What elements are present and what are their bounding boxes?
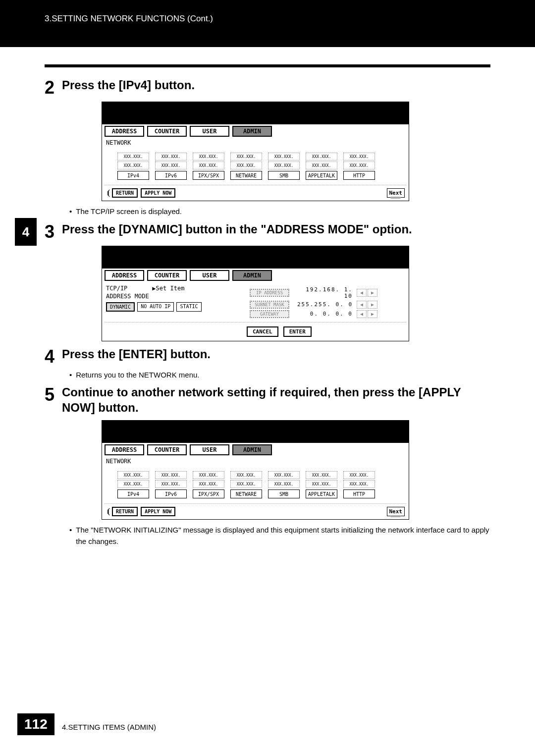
net-group-ipv6: XXX.XXX. XXX.XXX. IPv6 [155,471,187,498]
tcpip-content: TCP/IP ▶Set Item ADDRESS MODE DYNAMIC NO… [102,282,409,322]
net-group-ipx: XXX.XXX. XXX.XXX. IPX/SPX [192,471,225,498]
smb-button[interactable]: SMB [268,489,300,498]
netware-button[interactable]: NETWARE [230,489,262,498]
bullet-text: Returns you to the NETWORK menu. [76,370,199,381]
mini-btn: XXX.XXX. [193,162,224,169]
mini-btn: XXX.XXX. [117,480,149,488]
left-arrow-icon[interactable]: ◀ [357,310,367,318]
cancel-enter-row: CANCEL ENTER [102,323,409,341]
tabs-row: ADDRESS COUNTER USER ADMIN [102,269,409,282]
left-arrow-icon[interactable]: ◀ [357,289,367,297]
ipxspx-button[interactable]: IPX/SPX [193,489,224,498]
tab-counter[interactable]: COUNTER [147,270,187,281]
appletalk-button[interactable]: APPLETALK [306,489,337,498]
apply-now-button[interactable]: APPLY NOW [141,507,175,516]
step-title: Continue to another network setting if r… [62,384,490,415]
ip-address-value: 192.168. 1. 10 [293,286,353,299]
ipxspx-button[interactable]: IPX/SPX [193,171,224,180]
tab-counter[interactable]: COUNTER [147,126,187,137]
arrow-group: ◀ ▶ [357,310,377,318]
step-number: 5 [45,386,62,404]
mini-btn: XXX.XXX. [268,471,300,479]
bullet-step5: • The "NETWORK INITIALIZING" message is … [0,525,535,547]
mini-btn: XXX.XXX. [117,162,149,169]
ipv4-button[interactable]: IPv4 [117,171,149,180]
step-title: Press the [IPv4] button. [62,77,490,93]
right-arrow-icon[interactable]: ▶ [368,310,377,318]
network-screen-2: ADDRESS COUNTER USER ADMIN NETWORK XXX.X… [102,420,409,520]
step-4: 4 Press the [ENTER] button. [0,346,535,366]
gateway-value: 0. 0. 0. 0 [293,311,353,317]
sidebar-tab-num: 4 [22,224,29,240]
page-number: 112 [17,713,54,735]
tab-address[interactable]: ADDRESS [105,270,144,281]
mini-btn: XXX.XXX. [193,480,224,488]
tcpip-title-row: TCP/IP ▶Set Item [106,285,245,292]
mini-btn: XXX.XXX. [117,471,149,479]
mini-btn: XXX.XXX. [306,480,337,488]
mini-btn: XXX.XXX. [155,153,187,161]
tab-user[interactable]: USER [190,444,229,455]
next-button[interactable]: Next [387,507,405,516]
cancel-button[interactable]: CANCEL [247,326,278,337]
no-auto-ip-button[interactable]: NO AUTO IP [137,302,174,312]
subnet-row: SUBNET MASK 255.255. 0. 0 ◀ ▶ [250,301,405,309]
mini-btn: XXX.XXX. [343,153,375,161]
mini-btn: XXX.XXX. [343,471,375,479]
tab-address[interactable]: ADDRESS [105,444,144,455]
return-button[interactable]: RETURN [112,507,138,516]
tabs-row: ADDRESS COUNTER USER ADMIN [102,124,409,138]
tab-admin[interactable]: ADMIN [232,444,272,455]
screen-header-black [102,246,409,269]
http-button[interactable]: HTTP [343,171,375,180]
smb-button[interactable]: SMB [268,171,300,180]
tab-admin[interactable]: ADMIN [232,126,272,137]
subnet-value: 255.255. 0. 0 [293,301,353,308]
mini-btn: XXX.XXX. [268,153,300,161]
net-group-ipv4: XXX.XXX. XXX.XXX. IPv4 [117,152,150,180]
tab-user[interactable]: USER [190,126,229,137]
appletalk-button[interactable]: APPLETALK [306,171,337,180]
tab-user[interactable]: USER [190,270,229,281]
right-arrow-icon[interactable]: ▶ [368,289,377,297]
right-arrow-icon[interactable]: ▶ [368,301,377,309]
static-button[interactable]: STATIC [176,302,201,312]
gateway-button[interactable]: GATEWAY [250,310,289,318]
screen-header-black [102,102,409,124]
mini-btn: XXX.XXX. [343,162,375,169]
bullet-step2: • The TCP/IP screen is displayed. [0,206,535,217]
ipv4-button[interactable]: IPv4 [117,489,149,498]
apply-now-button[interactable]: APPLY NOW [141,188,175,198]
left-arrow-icon[interactable]: ◀ [357,301,367,309]
tab-admin[interactable]: ADMIN [232,270,272,281]
mini-btn: XXX.XXX. [306,153,337,161]
network-buttons: XXX.XXX. XXX.XXX. IPv4 XXX.XXX. XXX.XXX.… [102,466,409,503]
next-button[interactable]: Next [387,188,405,198]
step-3: 3 Press the [DYNAMIC] button in the "ADD… [0,221,535,241]
mini-btn: XXX.XXX. [193,153,224,161]
subnet-button[interactable]: SUBNET MASK [250,301,289,309]
step-number: 2 [45,79,62,97]
return-button[interactable]: RETURN [112,188,138,198]
net-group-smb: XXX.XXX. XXX.XXX. SMB [268,471,300,498]
mini-btn: XXX.XXX. [268,162,300,169]
tcpip-screen: ADDRESS COUNTER USER ADMIN TCP/IP ▶Set I… [102,246,409,341]
enter-button[interactable]: ENTER [283,326,312,337]
tcpip-right-panel: IP ADDRESS 192.168. 1. 10 ◀ ▶ SUBNET MAS… [250,285,405,320]
step-title: Press the [ENTER] button. [62,346,490,362]
address-mode-label: ADDRESS MODE [106,292,245,301]
set-item-label: ▶Set Item [152,285,184,292]
tabs-row: ADDRESS COUNTER USER ADMIN [102,443,409,457]
dynamic-button[interactable]: DYNAMIC [106,302,135,312]
ip-address-button[interactable]: IP ADDRESS [250,289,289,297]
http-button[interactable]: HTTP [343,489,375,498]
ipv6-button[interactable]: IPv6 [155,489,187,498]
bullet-dot-icon: • [69,525,72,536]
tab-address[interactable]: ADDRESS [105,126,144,137]
ip-address-row: IP ADDRESS 192.168. 1. 10 ◀ ▶ [250,286,405,299]
tab-counter[interactable]: COUNTER [147,444,187,455]
ipv6-button[interactable]: IPv6 [155,171,187,180]
netware-button[interactable]: NETWARE [230,171,262,180]
net-group-ipx: XXX.XXX. XXX.XXX. IPX/SPX [192,152,225,180]
mini-btn: XXX.XXX. [155,480,187,488]
